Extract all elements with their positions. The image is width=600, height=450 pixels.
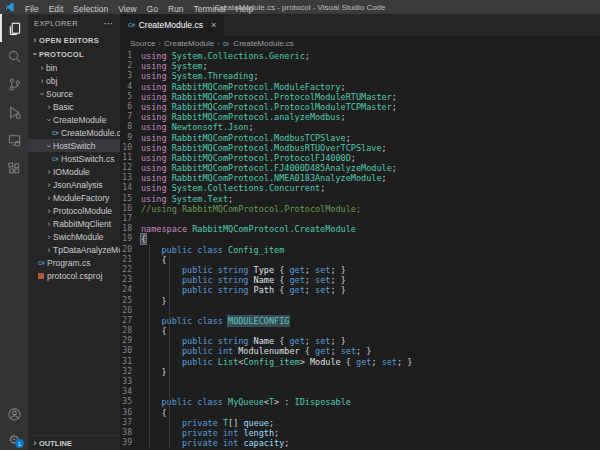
code-line[interactable]: 10using RabbitMQComProtocol.ModbusRTUOve… <box>120 143 600 153</box>
line-number[interactable]: 9 <box>120 133 141 143</box>
code-line[interactable]: 38 private int length; <box>120 428 600 438</box>
menu-selection[interactable]: Selection <box>68 4 113 14</box>
line-number[interactable]: 27 <box>120 316 141 326</box>
code-line[interactable]: 2using System; <box>120 61 600 71</box>
tree-item-protocolmodule[interactable]: ›ProtocolModule <box>28 204 120 217</box>
code-editor[interactable]: 1using System.Collections.Generic;2using… <box>120 51 600 450</box>
tab-createmodule-cs[interactable]: C# CreateModule.cs × <box>120 14 224 36</box>
code-line[interactable]: 9using RabbitMQComProtocol.ModbusTCPSlav… <box>120 133 600 143</box>
code-line[interactable]: 22 public string Type { get; set; } <box>120 265 600 275</box>
more-actions-icon[interactable]: ⋯ <box>104 20 114 28</box>
code-line[interactable]: 25 } <box>120 296 600 306</box>
code-line[interactable]: 37 private T[] queue; <box>120 418 600 428</box>
outline-section[interactable]: › OUTLINE <box>28 435 120 450</box>
code-line[interactable]: 6using RabbitMQComProtocol.ProtocolModul… <box>120 102 600 112</box>
line-number[interactable]: 15 <box>120 194 141 204</box>
line-number[interactable]: 32 <box>120 367 141 377</box>
menu-view[interactable]: View <box>113 4 141 14</box>
code-line[interactable]: 35 public class MyQueue<T> : IDisposable <box>120 397 600 407</box>
code-line[interactable]: 28 { <box>120 326 600 336</box>
line-number[interactable]: 23 <box>120 275 141 285</box>
code-line[interactable]: 36 { <box>120 408 600 418</box>
tree-item-createmodule-cs[interactable]: C#CreateModule.cs <box>28 126 120 139</box>
remote-explorer-icon[interactable] <box>0 126 28 154</box>
line-number[interactable]: 8 <box>120 122 141 132</box>
code-line[interactable]: 5using RabbitMQComProtocol.ProtocolModul… <box>120 92 600 102</box>
code-line[interactable]: 32 } <box>120 367 600 377</box>
tree-item-createmodule[interactable]: ›CreateModule <box>28 113 120 126</box>
tree-item-iomodule[interactable]: ›IOModule <box>28 165 120 178</box>
tree-item-jsonanalysis[interactable]: ›JsonAnalysis <box>28 178 120 191</box>
run-debug-icon[interactable] <box>0 98 28 126</box>
line-number[interactable]: 21 <box>120 255 141 265</box>
tree-item-rabbitmqclient[interactable]: ›RabbitMqClient <box>28 217 120 230</box>
line-number[interactable]: 13 <box>120 173 141 183</box>
tree-item-hostswitch[interactable]: ›HostSwitch <box>28 139 120 152</box>
code-line[interactable]: 17 <box>120 214 600 224</box>
code-line[interactable]: 31 public List<Config_item> Module { get… <box>120 357 600 367</box>
open-editors-section[interactable]: › OPEN EDITORS <box>28 33 120 47</box>
line-number[interactable]: 36 <box>120 408 141 418</box>
line-number[interactable]: 30 <box>120 346 141 356</box>
tree-item-swichmodule[interactable]: ›SwichModule <box>28 230 120 243</box>
source-control-icon[interactable] <box>0 70 28 98</box>
line-number[interactable]: 17 <box>120 214 141 224</box>
account-icon[interactable] <box>0 400 28 428</box>
line-number[interactable]: 26 <box>120 306 141 316</box>
code-line[interactable]: 13using RabbitMQComProtocol.NMEA0183Anal… <box>120 173 600 183</box>
code-line[interactable]: 11using RabbitMQComProtocol.ProtocolFJ40… <box>120 153 600 163</box>
code-line[interactable]: 7using RabbitMQComProtocol.analyzeModbus… <box>120 112 600 122</box>
code-line[interactable]: 24 public string Path { get; set; } <box>120 285 600 295</box>
code-line[interactable]: 34 <box>120 387 600 397</box>
breadcrumb-folder[interactable]: Source <box>130 39 155 48</box>
breadcrumb-folder[interactable]: CreateModule <box>164 39 214 48</box>
line-number[interactable]: 6 <box>120 102 141 112</box>
line-number[interactable]: 12 <box>120 163 141 173</box>
breadcrumb-file[interactable]: CreateModule.cs <box>233 39 293 48</box>
menu-edit[interactable]: Edit <box>44 4 69 14</box>
line-number[interactable]: 7 <box>120 112 141 122</box>
line-number[interactable]: 33 <box>120 377 141 387</box>
code-line[interactable]: 3using System.Threading; <box>120 71 600 81</box>
line-number[interactable]: 39 <box>120 438 141 448</box>
close-icon[interactable]: × <box>211 20 216 30</box>
explorer-icon[interactable] <box>0 14 28 42</box>
tree-item-tpdataanalyzemod-[interactable]: ›TpDataAnalyzeMod... <box>28 243 120 256</box>
line-number[interactable]: 2 <box>120 61 141 71</box>
line-number[interactable]: 18 <box>120 224 141 234</box>
line-number[interactable]: 25 <box>120 296 141 306</box>
line-number[interactable]: 4 <box>120 82 141 92</box>
menu-terminal[interactable]: Terminal <box>189 4 231 14</box>
line-number[interactable]: 29 <box>120 336 141 346</box>
line-number[interactable]: 31 <box>120 357 141 367</box>
code-line[interactable]: 14using System.Collections.Concurrent; <box>120 183 600 193</box>
line-number[interactable]: 22 <box>120 265 141 275</box>
tree-item-source[interactable]: ›Source <box>28 87 120 100</box>
line-number[interactable]: 34 <box>120 387 141 397</box>
tree-item-hostswitch-cs[interactable]: C#HostSwitch.cs <box>28 152 120 165</box>
code-line[interactable]: 1using System.Collections.Generic; <box>120 51 600 61</box>
tree-item-program-cs[interactable]: C#Program.cs <box>28 256 120 269</box>
root-folder-section[interactable]: › PROTOCOL <box>28 47 120 61</box>
code-line[interactable]: 20 public class Config_item <box>120 245 600 255</box>
line-number[interactable]: 37 <box>120 418 141 428</box>
code-line[interactable]: 29 public string Name { get; set; } <box>120 336 600 346</box>
line-number[interactable]: 1 <box>120 51 141 61</box>
search-icon[interactable] <box>0 42 28 70</box>
line-number[interactable]: 10 <box>120 143 141 153</box>
code-line[interactable]: 26 <box>120 306 600 316</box>
tree-item-protocol-csproj[interactable]: protocol.csproj <box>28 269 120 282</box>
line-number[interactable]: 38 <box>120 428 141 438</box>
line-number[interactable]: 5 <box>120 92 141 102</box>
line-number[interactable]: 28 <box>120 326 141 336</box>
gear-icon[interactable]: ⚙ 1 <box>0 428 28 450</box>
menu-go[interactable]: Go <box>142 4 163 14</box>
line-number[interactable]: 16 <box>120 204 141 214</box>
code-line[interactable]: 39 private int capacity; <box>120 438 600 448</box>
line-number[interactable]: 14 <box>120 183 141 193</box>
line-number[interactable]: 11 <box>120 153 141 163</box>
code-line[interactable]: 4using RabbitMQComProtocol.ModuleFactory… <box>120 82 600 92</box>
tree-item-modulefactory[interactable]: ›ModuleFactory <box>28 191 120 204</box>
code-line[interactable]: 19{ <box>120 234 600 244</box>
code-line[interactable]: 30 public int Modulenumber { get; set; } <box>120 346 600 356</box>
